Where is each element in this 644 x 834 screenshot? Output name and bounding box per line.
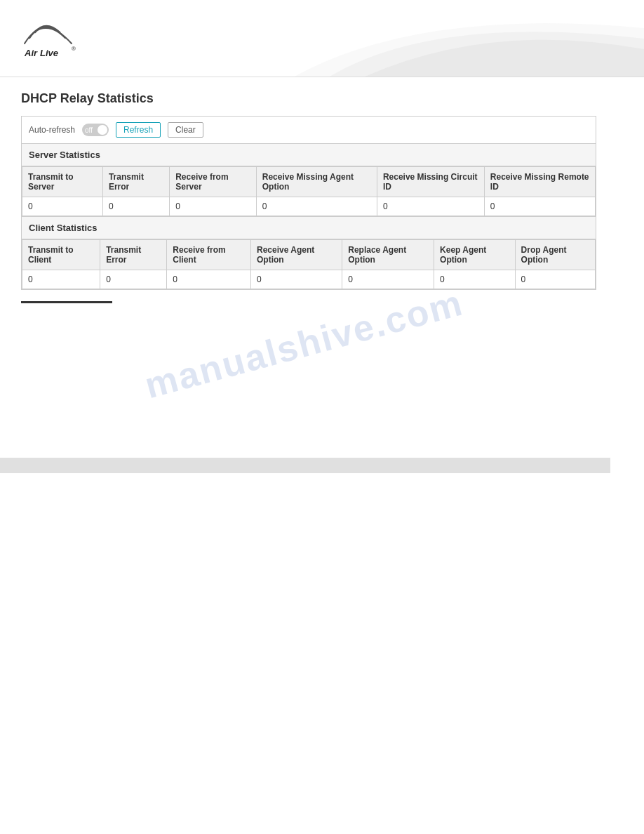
table-cell: 0 <box>22 197 103 216</box>
table-cell: 0 <box>167 270 251 289</box>
table-row: 0000000 <box>22 270 596 289</box>
logo-area: Air Live ® <box>21 13 84 67</box>
auto-refresh-toggle[interactable]: off <box>82 124 109 136</box>
client-col-transmit-error: Transmit Error <box>100 240 167 270</box>
client-col-drop-agent-option: Drop Agent Option <box>515 240 595 270</box>
server-col-transmit-error: Transmit Error <box>102 167 169 197</box>
table-cell: 0 <box>484 197 595 216</box>
svg-text:®: ® <box>72 46 76 52</box>
client-col-receive-from-client: Receive from Client <box>167 240 251 270</box>
refresh-button[interactable]: Refresh <box>116 122 161 138</box>
table-cell: 0 <box>22 270 100 289</box>
table-cell: 0 <box>170 197 257 216</box>
svg-text:Live: Live <box>40 48 58 58</box>
client-statistics-table: Transmit to Client Transmit Error Receiv… <box>22 239 596 289</box>
header-decoration <box>223 0 644 77</box>
table-cell: 0 <box>256 197 377 216</box>
underline-decoration <box>21 301 112 303</box>
server-col-receive-missing-agent: Receive Missing Agent Option <box>256 167 377 197</box>
main-content: DHCP Relay Statistics Auto-refresh off R… <box>0 77 617 317</box>
client-col-receive-agent-option: Receive Agent Option <box>251 240 342 270</box>
server-table-header-row: Transmit to Server Transmit Error Receiv… <box>22 167 596 197</box>
bottom-bar <box>0 458 610 473</box>
client-statistics-header: Client Statistics <box>22 216 596 239</box>
client-col-replace-agent-option: Replace Agent Option <box>342 240 434 270</box>
server-col-receive-missing-circuit: Receive Missing Circuit ID <box>377 167 484 197</box>
clear-button[interactable]: Clear <box>168 122 203 138</box>
server-col-receive-missing-remote: Receive Missing Remote ID <box>484 167 595 197</box>
stats-container: Server Statistics Transmit to Server Tra… <box>21 143 596 290</box>
client-table-header-row: Transmit to Client Transmit Error Receiv… <box>22 240 596 270</box>
table-cell: 0 <box>100 270 167 289</box>
toggle-knob <box>98 125 107 135</box>
table-cell: 0 <box>377 197 484 216</box>
page-title: DHCP Relay Statistics <box>21 91 596 106</box>
table-row: 000000 <box>22 197 596 216</box>
client-col-transmit-to-client: Transmit to Client <box>22 240 100 270</box>
client-col-keep-agent-option: Keep Agent Option <box>434 240 515 270</box>
table-cell: 0 <box>434 270 515 289</box>
server-col-transmit-to-server: Transmit to Server <box>22 167 103 197</box>
table-cell: 0 <box>342 270 434 289</box>
page-header: Air Live ® <box>0 0 644 77</box>
server-statistics-table: Transmit to Server Transmit Error Receiv… <box>22 166 596 216</box>
logo-signal-icon: Air Live ® <box>21 13 84 65</box>
controls-bar: Auto-refresh off Refresh Clear <box>21 116 596 143</box>
svg-text:Air: Air <box>24 48 38 58</box>
server-col-receive-from-server: Receive from Server <box>170 167 257 197</box>
table-cell: 0 <box>102 197 169 216</box>
auto-refresh-label: Auto-refresh <box>29 125 75 135</box>
table-cell: 0 <box>515 270 595 289</box>
server-statistics-header: Server Statistics <box>22 144 596 166</box>
table-cell: 0 <box>251 270 342 289</box>
toggle-off-text: off <box>85 126 93 134</box>
